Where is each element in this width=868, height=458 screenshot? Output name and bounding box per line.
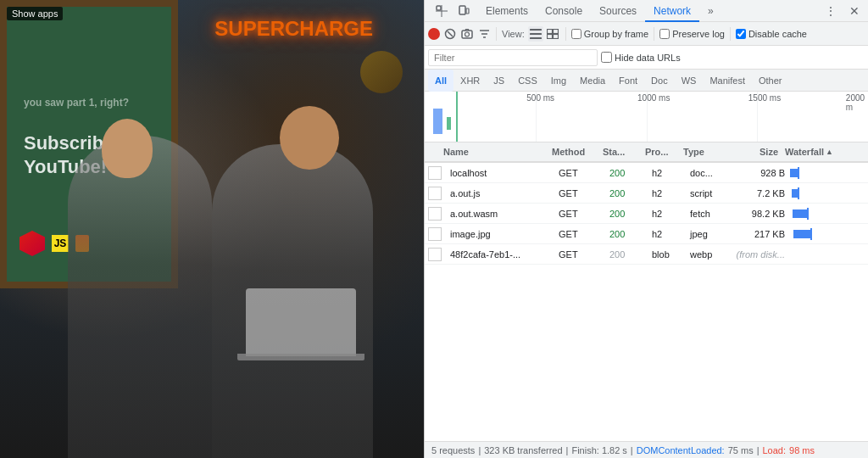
cell-waterfall	[788, 183, 868, 204]
svg-point-8	[465, 32, 470, 36]
svg-rect-18	[553, 34, 558, 38]
tab-network[interactable]: Network	[645, 0, 699, 22]
filter-toggle-button[interactable]	[477, 27, 491, 41]
svg-rect-16	[553, 29, 558, 33]
requests-count: 5 requests	[431, 445, 475, 455]
cell-size: 217 KB	[729, 229, 788, 239]
network-table: Name Method Sta... Pro... Type Size Wate…	[425, 142, 868, 441]
cell-type: jpeg	[687, 229, 729, 239]
type-btn-font[interactable]: Font	[612, 70, 644, 92]
filter-bar: Hide data URLs	[425, 46, 868, 70]
cell-size: 98.2 KB	[729, 209, 788, 219]
preserve-log-checkbox[interactable]: Preserve log	[659, 29, 725, 39]
cell-protocol: h2	[648, 168, 687, 178]
type-btn-img[interactable]: Img	[544, 70, 573, 92]
hide-data-urls-checkbox[interactable]: Hide data URLs	[601, 52, 681, 63]
type-btn-css[interactable]: CSS	[511, 70, 544, 92]
status-bar: 5 requests | 323 KB transferred | Finish…	[425, 441, 868, 458]
camera-button[interactable]	[460, 27, 474, 41]
type-btn-xhr[interactable]: XHR	[453, 70, 487, 92]
filter-input[interactable]	[428, 49, 598, 66]
svg-line-6	[448, 31, 453, 36]
cell-type: script	[687, 188, 729, 198]
cell-size: (from disk...	[729, 249, 788, 260]
sort-icon: ▲	[826, 148, 833, 156]
table-row[interactable]: localhost GET 200 h2 doc... 928 B	[425, 163, 868, 183]
svg-rect-12	[530, 29, 542, 31]
cell-status: 200	[606, 209, 648, 219]
cell-name: image.jpg	[445, 229, 555, 239]
svg-rect-13	[530, 33, 542, 35]
table-header: Name Method Sta... Pro... Type Size Wate…	[425, 142, 868, 163]
col-header-status: Sta...	[599, 147, 642, 157]
row-checkbox	[428, 248, 442, 261]
load-label[interactable]: Load:	[763, 445, 787, 455]
row-checkbox	[428, 187, 442, 200]
separator-3: |	[631, 445, 633, 455]
cell-status: 200	[606, 249, 648, 260]
tab-elements[interactable]: Elements	[477, 0, 537, 22]
timeline-area: 500 ms 1000 ms 1500 ms 2000 m	[425, 92, 868, 142]
view-large-icon[interactable]	[545, 26, 560, 42]
load-value: 98 ms	[789, 445, 815, 455]
separator-1: |	[478, 445, 481, 455]
cell-status: 200	[606, 188, 648, 198]
video-panel: you saw part 1, right? Subscribe on YouT…	[0, 0, 424, 458]
neon-sign: SUPERCHARGE	[214, 17, 373, 41]
col-header-type: Type	[680, 147, 722, 157]
devtools-tabs: Elements Console Sources Network » ⋮ ✕	[425, 0, 868, 22]
show-apps-button[interactable]: Show apps	[7, 7, 63, 20]
record-button[interactable]	[428, 28, 440, 40]
domcontentloaded-label[interactable]: DOMContentLoaded:	[637, 445, 725, 455]
devtools-menu-icon[interactable]: ⋮	[821, 1, 841, 21]
col-header-method: Method	[548, 147, 599, 157]
cell-waterfall	[788, 163, 868, 183]
view-list-icon[interactable]	[528, 26, 543, 42]
network-toolbar: View: Group by frame	[425, 22, 868, 46]
type-filter-bar: All XHR JS CSS Img Media Font Doc WS Man…	[425, 70, 868, 92]
cell-method: GET	[555, 249, 606, 260]
type-btn-media[interactable]: Media	[573, 70, 612, 92]
col-header-size: Size	[722, 147, 782, 157]
table-row[interactable]: image.jpg GET 200 h2 jpeg 217 KB	[425, 224, 868, 244]
disable-cache-checkbox[interactable]: Disable cache	[736, 29, 807, 39]
finish-time: Finish: 1.82 s	[571, 445, 626, 455]
device-toggle-icon[interactable]	[453, 1, 474, 21]
col-header-waterfall: Waterfall ▲	[782, 147, 868, 157]
top-icons	[428, 0, 477, 23]
cell-type: webp	[687, 249, 729, 260]
row-checkbox	[428, 166, 442, 180]
inspect-icon[interactable]	[431, 1, 452, 21]
type-btn-js[interactable]: JS	[487, 70, 511, 92]
cell-name: 48f2cafa-7eb1-...	[445, 249, 555, 260]
tab-sources[interactable]: Sources	[591, 0, 645, 22]
cell-type: fetch	[687, 209, 729, 219]
group-by-frame-checkbox[interactable]: Group by frame	[571, 29, 648, 39]
svg-rect-7	[462, 31, 472, 38]
tab-console[interactable]: Console	[537, 0, 591, 22]
domcontentloaded-value: 75 ms	[728, 445, 754, 455]
type-btn-doc[interactable]: Doc	[644, 70, 675, 92]
table-row[interactable]: a.out.wasm GET 200 h2 fetch 98.2 KB	[425, 204, 868, 224]
cell-name: a.out.wasm	[445, 209, 555, 219]
svg-rect-0	[437, 6, 441, 10]
cell-name: a.out.js	[445, 188, 555, 198]
table-row[interactable]: 48f2cafa-7eb1-... GET 200 blob webp (fro…	[425, 244, 868, 265]
cell-status: 200	[606, 229, 648, 239]
cell-method: GET	[555, 168, 606, 178]
clear-button[interactable]	[443, 27, 457, 41]
tab-more[interactable]: »	[699, 0, 722, 22]
cell-protocol: blob	[648, 249, 687, 260]
view-label: View:	[502, 29, 525, 39]
separator-4: |	[757, 445, 760, 455]
cell-waterfall	[788, 244, 868, 265]
svg-rect-3	[459, 6, 465, 14]
cell-waterfall	[788, 204, 868, 224]
type-btn-all[interactable]: All	[428, 70, 453, 92]
row-checkbox	[428, 207, 442, 221]
type-btn-manifest[interactable]: Manifest	[703, 70, 752, 92]
type-btn-other[interactable]: Other	[752, 70, 789, 92]
type-btn-ws[interactable]: WS	[675, 70, 704, 92]
devtools-close-icon[interactable]: ✕	[844, 1, 865, 21]
table-row[interactable]: a.out.js GET 200 h2 script 7.2 KB	[425, 183, 868, 204]
